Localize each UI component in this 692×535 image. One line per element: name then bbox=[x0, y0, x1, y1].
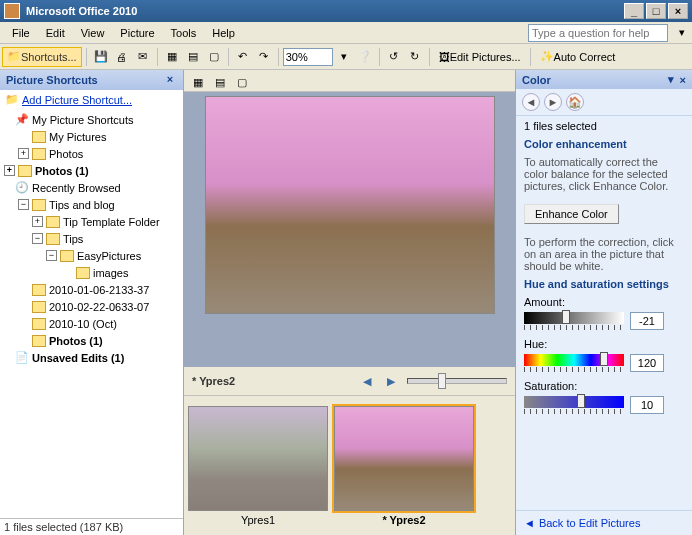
menu-file[interactable]: File bbox=[4, 25, 38, 41]
view-filmstrip-icon[interactable]: ▤ bbox=[210, 72, 230, 92]
menu-picture[interactable]: Picture bbox=[112, 25, 162, 41]
collapse-icon[interactable]: − bbox=[18, 199, 29, 210]
tree-easypictures[interactable]: −EasyPictures bbox=[2, 247, 181, 264]
sidebar-close-icon[interactable]: × bbox=[163, 73, 177, 87]
edit-pictures-button[interactable]: 🖼 Edit Pictures... bbox=[434, 47, 526, 67]
home-icon[interactable]: 🏠 bbox=[566, 93, 584, 111]
tree-tip-template[interactable]: +Tip Template Folder bbox=[2, 213, 181, 230]
slider-thumb[interactable] bbox=[562, 310, 570, 324]
amount-label: Amount: bbox=[524, 296, 684, 308]
redo-button[interactable]: ↷ bbox=[254, 47, 274, 67]
menu-view[interactable]: View bbox=[73, 25, 113, 41]
save-button[interactable]: 💾 bbox=[91, 47, 111, 67]
tree-tips-blog[interactable]: −Tips and blog bbox=[2, 196, 181, 213]
back-to-edit-link[interactable]: ◄ Back to Edit Pictures bbox=[516, 510, 692, 535]
separator bbox=[86, 48, 87, 66]
back-icon[interactable]: ◄ bbox=[522, 93, 540, 111]
slider-thumb[interactable] bbox=[600, 352, 608, 366]
filmstrip: Ypres1 * Ypres2 bbox=[184, 395, 515, 535]
help-input[interactable] bbox=[528, 24, 668, 42]
amount-slider[interactable] bbox=[524, 312, 624, 330]
panel-dropdown-icon[interactable]: ▾ bbox=[668, 73, 674, 86]
hue-value[interactable]: 120 bbox=[630, 354, 664, 372]
separator bbox=[228, 48, 229, 66]
saturation-value[interactable]: 10 bbox=[630, 396, 664, 414]
zoom-value: 30% bbox=[286, 51, 308, 63]
titlebar: Microsoft Office 2010 _ □ × bbox=[0, 0, 692, 22]
menu-tools[interactable]: Tools bbox=[163, 25, 205, 41]
zoom-dropdown-icon[interactable]: ▾ bbox=[334, 47, 354, 67]
tree-my-shortcuts[interactable]: 📌 My Picture Shortcuts bbox=[2, 111, 181, 128]
rotate-right-icon[interactable]: ↻ bbox=[405, 47, 425, 67]
folder-icon bbox=[46, 233, 60, 245]
panel-close-icon[interactable]: × bbox=[680, 74, 686, 86]
auto-correct-button[interactable]: ✨ Auto Correct bbox=[535, 47, 621, 67]
thumb-image bbox=[188, 406, 328, 511]
thumb-image bbox=[334, 406, 474, 511]
saturation-row: Saturation: 10 bbox=[516, 376, 692, 418]
close-button[interactable]: × bbox=[668, 3, 688, 19]
thumbnail-1[interactable]: Ypres1 bbox=[188, 406, 328, 526]
folder-icon bbox=[32, 199, 46, 211]
expand-icon[interactable]: + bbox=[32, 216, 43, 227]
tree-date-1[interactable]: 2010-01-06-2133-37 bbox=[2, 281, 181, 298]
tree-unsaved-edits[interactable]: 📄 Unsaved Edits (1) bbox=[2, 349, 181, 366]
rotate-left-icon[interactable]: ↺ bbox=[384, 47, 404, 67]
minimize-button[interactable]: _ bbox=[624, 3, 644, 19]
undo-button[interactable]: ↶ bbox=[233, 47, 253, 67]
maximize-button[interactable]: □ bbox=[646, 3, 666, 19]
print-button[interactable]: 🖨 bbox=[112, 47, 132, 67]
help-icon[interactable]: ❔ bbox=[355, 47, 375, 67]
folder-icon bbox=[32, 148, 46, 160]
add-shortcut-link[interactable]: Add Picture Shortcut... bbox=[22, 94, 132, 106]
slider-thumb[interactable] bbox=[577, 394, 585, 408]
thumbnails-icon[interactable]: ▦ bbox=[162, 47, 182, 67]
tree-my-pictures[interactable]: My Pictures bbox=[2, 128, 181, 145]
preview-image[interactable] bbox=[205, 96, 495, 314]
folder-icon bbox=[76, 267, 90, 279]
back-label: Back to Edit Pictures bbox=[539, 517, 641, 529]
tree-photos-1b[interactable]: Photos (1) bbox=[2, 332, 181, 349]
tree-tips[interactable]: −Tips bbox=[2, 230, 181, 247]
zoom-slider[interactable] bbox=[407, 378, 507, 384]
mail-button[interactable]: ✉ bbox=[133, 47, 153, 67]
help-dropdown-icon[interactable]: ▾ bbox=[672, 23, 692, 43]
view-single-icon[interactable]: ▢ bbox=[232, 72, 252, 92]
expand-icon[interactable]: + bbox=[18, 148, 29, 159]
collapse-icon[interactable]: − bbox=[46, 250, 57, 261]
tree-date-2[interactable]: 2010-02-22-0633-07 bbox=[2, 298, 181, 315]
panel-header: Color ▾ × bbox=[516, 70, 692, 89]
prev-image-button[interactable]: ◀ bbox=[359, 375, 375, 388]
shortcuts-group-icon: 📌 bbox=[15, 113, 29, 126]
thumbnail-2[interactable]: * Ypres2 bbox=[334, 406, 474, 526]
menu-help[interactable]: Help bbox=[204, 25, 243, 41]
tree-photos[interactable]: +Photos bbox=[2, 145, 181, 162]
menu-edit[interactable]: Edit bbox=[38, 25, 73, 41]
saturation-slider[interactable] bbox=[524, 396, 624, 414]
single-icon[interactable]: ▢ bbox=[204, 47, 224, 67]
view-thumbs-icon[interactable]: ▦ bbox=[188, 72, 208, 92]
filmstrip-icon[interactable]: ▤ bbox=[183, 47, 203, 67]
enhancement-desc: To automatically correct the color balan… bbox=[516, 152, 692, 196]
next-image-button[interactable]: ▶ bbox=[383, 375, 399, 388]
hue-slider[interactable] bbox=[524, 354, 624, 372]
color-panel: Color ▾ × ◄ ► 🏠 1 files selected Color e… bbox=[516, 70, 692, 535]
zoom-box[interactable]: 30% bbox=[283, 48, 333, 66]
amount-value[interactable]: -21 bbox=[630, 312, 664, 330]
autocorrect-icon: ✨ bbox=[540, 50, 554, 63]
enhancement-heading: Color enhancement bbox=[516, 136, 692, 152]
enhance-color-button[interactable]: Enhance Color bbox=[524, 204, 619, 224]
sidebar: Picture Shortcuts × 📁 Add Picture Shortc… bbox=[0, 70, 184, 535]
app-icon bbox=[4, 3, 20, 19]
collapse-icon[interactable]: − bbox=[32, 233, 43, 244]
forward-icon[interactable]: ► bbox=[544, 93, 562, 111]
tree-date-3[interactable]: 2010-10 (Oct) bbox=[2, 315, 181, 332]
tree-photos-1[interactable]: +Photos (1) bbox=[2, 162, 181, 179]
thumb-caption: Ypres1 bbox=[188, 514, 328, 526]
zoom-thumb[interactable] bbox=[438, 373, 446, 389]
tree-images[interactable]: images bbox=[2, 264, 181, 281]
folder-icon bbox=[32, 335, 46, 347]
tree-recently-browsed[interactable]: 🕘 Recently Browsed bbox=[2, 179, 181, 196]
expand-icon[interactable]: + bbox=[4, 165, 15, 176]
shortcuts-button[interactable]: 📁 Shortcuts... bbox=[2, 47, 82, 67]
